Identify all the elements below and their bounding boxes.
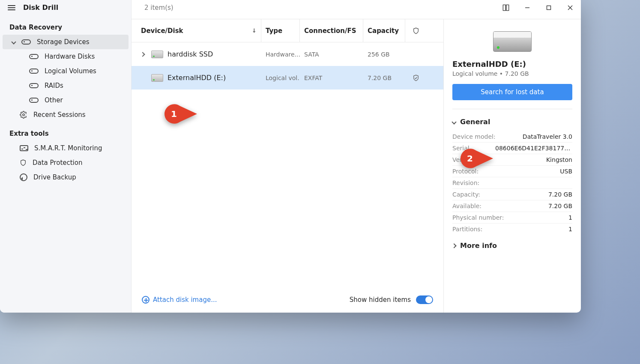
svg-point-0 bbox=[23, 114, 25, 116]
disk-icon bbox=[29, 83, 39, 88]
chevron-down-icon bbox=[452, 119, 456, 124]
disk-icon bbox=[29, 98, 39, 103]
app-window: Disk Drill Data Recovery Storage Devices… bbox=[0, 0, 581, 313]
item-count: 2 item(s) bbox=[144, 4, 173, 12]
cell-protection bbox=[405, 66, 427, 90]
property-key: Physical number: bbox=[452, 214, 504, 221]
sidebar-item-label: Recent Sessions bbox=[33, 111, 86, 119]
disk-icon bbox=[29, 54, 39, 59]
divider bbox=[452, 109, 572, 109]
table-row[interactable]: ExternalHDD (E:) Logical vol... EXFAT 7.… bbox=[132, 66, 443, 90]
property-value: 1 bbox=[568, 214, 572, 221]
drive-icon bbox=[151, 51, 163, 58]
property-value: DataTraveler 3.0 bbox=[523, 133, 572, 140]
monitor-icon bbox=[20, 145, 28, 151]
sidebar-item-label: Other bbox=[45, 96, 63, 104]
sidebar-item-label: Drive Backup bbox=[33, 173, 76, 181]
property-key: Partitions: bbox=[452, 226, 482, 233]
history-icon bbox=[20, 173, 27, 181]
property-row: Capacity:7.20 GB bbox=[452, 189, 572, 200]
property-key: Revision: bbox=[452, 179, 479, 186]
drive-icon bbox=[151, 74, 163, 82]
annotation-number: 1 bbox=[171, 109, 177, 119]
search-lost-data-button[interactable]: Search for lost data bbox=[452, 84, 572, 100]
sidebar-item-data-protection[interactable]: Data Protection bbox=[3, 155, 129, 170]
sidebar-item-recent-sessions[interactable]: Recent Sessions bbox=[3, 107, 129, 122]
sidebar-item-drive-backup[interactable]: Drive Backup bbox=[3, 170, 129, 185]
column-label: Capacity bbox=[368, 27, 399, 35]
attach-disk-image-button[interactable]: Attach disk image... bbox=[142, 296, 217, 304]
hamburger-icon[interactable] bbox=[8, 5, 15, 10]
accordion-label: More info bbox=[460, 242, 497, 250]
chevron-down-icon bbox=[11, 39, 16, 44]
section-extra-tools: Extra tools bbox=[0, 122, 131, 141]
sidebar-item-hardware-disks[interactable]: Hardware Disks bbox=[3, 49, 129, 64]
table-row[interactable]: harddisk SSD Hardware... SATA 256 GB bbox=[132, 42, 443, 66]
chevron-right-icon[interactable] bbox=[140, 52, 145, 57]
sidebar-item-label: S.M.A.R.T. Monitoring bbox=[34, 144, 102, 152]
column-label: Device/Disk bbox=[141, 27, 183, 35]
property-value: USB bbox=[560, 168, 572, 175]
device-name: harddisk SSD bbox=[167, 50, 213, 58]
property-row: Physical number:1 bbox=[452, 212, 572, 224]
hidden-items-toggle[interactable] bbox=[416, 295, 433, 304]
hidden-items-label: Show hidden items bbox=[350, 296, 411, 304]
property-value: 7.20 GB bbox=[548, 191, 572, 198]
device-table: Device/Disk ↓ Type Connection/FS Capacit… bbox=[132, 19, 444, 313]
sidebar-item-label: Logical Volumes bbox=[45, 67, 96, 75]
minimize-button[interactable] bbox=[517, 0, 538, 19]
top-bar: 2 item(s) bbox=[132, 0, 581, 19]
sidebar-item-logical-volumes[interactable]: Logical Volumes bbox=[3, 64, 129, 78]
sidebar-item-other[interactable]: Other bbox=[3, 93, 129, 107]
sidebar-item-label: Storage Devices bbox=[37, 38, 90, 46]
chevron-right-icon bbox=[452, 243, 456, 248]
column-label: Type bbox=[266, 27, 282, 35]
property-key: Device model: bbox=[452, 133, 496, 140]
property-value: Kingston bbox=[546, 156, 572, 163]
cell-capacity: 256 GB bbox=[363, 42, 405, 66]
sidebar: Disk Drill Data Recovery Storage Devices… bbox=[0, 0, 132, 313]
plus-circle-icon bbox=[142, 296, 150, 304]
cell-connection: SATA bbox=[300, 42, 363, 66]
sidebar-item-smart[interactable]: S.M.A.R.T. Monitoring bbox=[3, 141, 129, 155]
table-header-row: Device/Disk ↓ Type Connection/FS Capacit… bbox=[132, 19, 443, 42]
property-key: Capacity: bbox=[452, 191, 480, 198]
bookmark-icon[interactable] bbox=[495, 0, 517, 19]
sidebar-item-raids[interactable]: RAIDs bbox=[3, 78, 129, 93]
accordion-label: General bbox=[460, 118, 490, 126]
sidebar-item-label: Hardware Disks bbox=[45, 53, 95, 60]
device-name: ExternalHDD (E:) bbox=[167, 74, 226, 82]
disk-icon bbox=[29, 69, 39, 74]
detail-title: ExternalHDD (E:) bbox=[452, 60, 572, 69]
accordion-more-info[interactable]: More info bbox=[452, 239, 572, 252]
column-device[interactable]: Device/Disk ↓ bbox=[132, 19, 261, 42]
sidebar-item-label: Data Protection bbox=[33, 159, 82, 167]
app-title: Disk Drill bbox=[23, 3, 58, 12]
annotation-badge-1: 1 bbox=[164, 104, 197, 124]
shield-check-icon bbox=[413, 74, 419, 82]
cell-connection: EXFAT bbox=[300, 66, 363, 90]
sort-desc-icon: ↓ bbox=[252, 27, 257, 34]
cell-protection bbox=[405, 42, 427, 66]
property-value: 7.20 GB bbox=[548, 203, 572, 209]
property-value: 1 bbox=[568, 226, 572, 233]
accordion-general[interactable]: General bbox=[452, 115, 572, 128]
maximize-button[interactable] bbox=[538, 0, 559, 19]
property-key: Protocol: bbox=[452, 168, 479, 175]
property-row: Partitions:1 bbox=[452, 224, 572, 235]
property-row: Available:7.20 GB bbox=[452, 200, 572, 212]
property-row: Device model:DataTraveler 3.0 bbox=[452, 131, 572, 143]
column-connection[interactable]: Connection/FS bbox=[300, 19, 363, 42]
column-protection[interactable] bbox=[405, 19, 427, 42]
shield-icon bbox=[413, 27, 419, 35]
sidebar-item-storage-devices[interactable]: Storage Devices bbox=[3, 35, 129, 49]
property-row: Revision: bbox=[452, 177, 572, 189]
drive-illustration bbox=[493, 31, 532, 52]
close-button[interactable] bbox=[559, 0, 581, 19]
detail-subtitle: Logical volume • 7.20 GB bbox=[452, 70, 572, 77]
column-type[interactable]: Type bbox=[261, 19, 300, 42]
shield-icon bbox=[20, 159, 27, 167]
column-capacity[interactable]: Capacity bbox=[363, 19, 405, 42]
column-label: Connection/FS bbox=[304, 27, 356, 35]
property-value: 08606E6D41E2F381772C23F6 bbox=[495, 145, 572, 152]
